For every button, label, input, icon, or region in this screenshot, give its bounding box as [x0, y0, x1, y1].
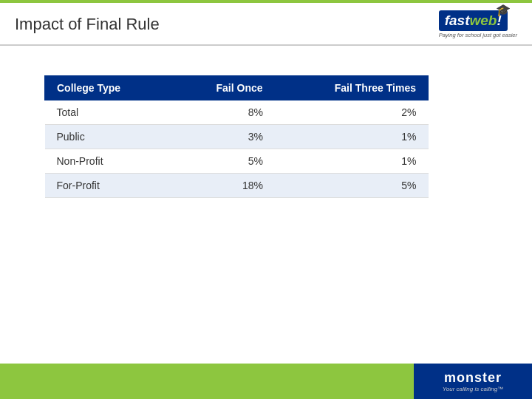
fastweb-brand-box: fastweb! 🎓	[439, 10, 508, 31]
fastweb-fast-text: fast	[445, 13, 470, 29]
col-header-college-type: College Type	[45, 76, 172, 100]
table-row: Public3%1%	[45, 125, 429, 149]
bottom-bar: monster Your calling is calling™	[0, 364, 532, 399]
fastweb-web-text: web	[469, 13, 497, 29]
table-row: For-Profit18%5%	[45, 174, 429, 198]
table-row: Non-Profit5%1%	[45, 149, 429, 174]
table-header-row: College Type Fail Once Fail Three Times	[45, 76, 429, 100]
monster-brand-text: monster	[444, 370, 502, 386]
cell-fail-once: 18%	[172, 174, 275, 198]
monster-logo: monster Your calling is calling™	[414, 364, 532, 399]
monster-tagline: Your calling is calling™	[443, 386, 503, 392]
cell-fail-once: 5%	[172, 149, 275, 174]
page-title: Impact of Final Rule	[15, 15, 160, 34]
main-content: College Type Fail Once Fail Three Times …	[0, 46, 532, 205]
cell-college-type: Public	[45, 125, 172, 149]
cell-fail-three: 1%	[275, 149, 428, 174]
cell-fail-once: 8%	[172, 100, 275, 125]
cell-college-type: For-Profit	[45, 174, 172, 198]
cell-college-type: Non-Profit	[45, 149, 172, 174]
cell-college-type: Total	[45, 100, 172, 125]
cell-fail-three: 2%	[275, 100, 428, 125]
fastweb-mascot-icon: 🎓	[496, 3, 511, 17]
cell-fail-three: 5%	[275, 174, 428, 198]
col-header-fail-three-times: Fail Three Times	[275, 76, 428, 100]
cell-fail-three: 1%	[275, 125, 428, 149]
table-row: Total8%2%	[45, 100, 429, 125]
header: Impact of Final Rule fastweb! 🎓 Paying f…	[0, 3, 532, 46]
col-header-fail-once: Fail Once	[172, 76, 275, 100]
fastweb-tagline: Paying for school just got easier	[439, 32, 517, 38]
impact-table: College Type Fail Once Fail Three Times …	[44, 75, 429, 198]
cell-fail-once: 3%	[172, 125, 275, 149]
fastweb-logo: fastweb! 🎓 Paying for school just got ea…	[439, 10, 517, 38]
